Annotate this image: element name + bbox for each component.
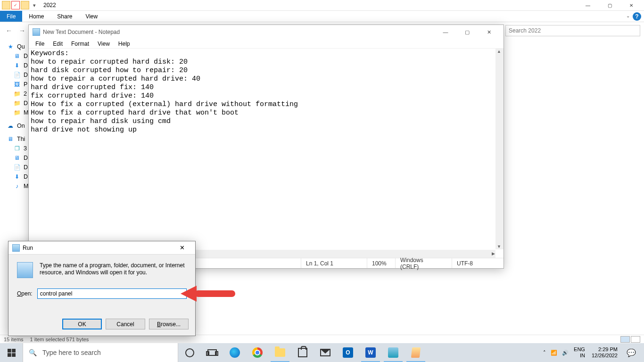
edge-icon (230, 347, 240, 358)
open-label: Open: (17, 290, 33, 297)
pictures-icon: 🖼 (13, 81, 21, 88)
search-icon: 🔍 (29, 349, 37, 356)
ribbon-collapse-icon[interactable]: ⌄ (626, 13, 630, 18)
onedrive-icon: ☁ (7, 122, 14, 130)
music-icon: ♪ (13, 182, 21, 190)
folder-icon (275, 348, 285, 357)
taskbar-app-snip[interactable] (382, 343, 405, 362)
view-details-button[interactable] (620, 336, 630, 343)
menu-help[interactable]: Help (115, 40, 134, 48)
taskbar-app-word[interactable]: W (359, 343, 382, 362)
qat-dropdown-icon[interactable]: ▾ (30, 1, 39, 9)
notepad-text-area[interactable]: Keywords: how to repair corrupted hard d… (29, 49, 504, 258)
system-tray: ˄ 📶 🔊 ENG IN 2:29 PM 12/26/2022 💬 (538, 343, 644, 362)
tray-volume-icon[interactable]: 🔊 (560, 343, 571, 362)
status-encoding: UTF-8 (452, 258, 504, 268)
cancel-button[interactable]: Cancel (106, 319, 145, 329)
task-view-button[interactable] (201, 343, 223, 362)
folder-icon (21, 1, 29, 9)
cube-icon: ❒ (13, 145, 21, 152)
status-zoom: 100% (367, 258, 395, 268)
taskbar-app-explorer[interactable] (269, 343, 291, 362)
tab-home[interactable]: Home (22, 11, 50, 22)
close-button[interactable]: ✕ (173, 241, 191, 255)
tray-overflow-button[interactable]: ˄ (541, 343, 548, 362)
status-cursor-pos: Ln 1, Col 1 (301, 258, 367, 268)
document-icon: 📄 (13, 71, 21, 79)
properties-icon[interactable]: ✓ (11, 1, 20, 9)
taskbar-search-input[interactable]: 🔍 Type here to search (23, 343, 178, 362)
maximize-button[interactable]: ▢ (599, 0, 620, 11)
menu-view[interactable]: View (94, 40, 114, 48)
tray-clock[interactable]: 2:29 PM 12/26/2022 (588, 346, 621, 359)
tray-network-icon[interactable]: 📶 (548, 343, 560, 362)
tab-file[interactable]: File (0, 11, 22, 22)
search-placeholder-text: Search 2022 (509, 27, 541, 34)
explorer-search-input[interactable]: Search 2022 (505, 25, 640, 36)
status-item-count: 15 items (4, 337, 24, 342)
svg-rect-2 (8, 353, 11, 357)
close-button[interactable]: ✕ (620, 0, 642, 11)
svg-rect-1 (12, 349, 16, 353)
outlook-icon: O (343, 347, 353, 358)
maximize-button[interactable]: ▢ (456, 25, 478, 39)
status-line-ending: Windows (CRLF) (395, 258, 452, 268)
annotation-arrow (181, 286, 235, 302)
menu-format[interactable]: Format (67, 40, 93, 48)
explorer-window-title: 2022 (43, 2, 56, 8)
notepad-titlebar[interactable]: New Text Document - Notepad ― ▢ ✕ (29, 25, 504, 39)
svg-rect-3 (12, 353, 16, 357)
run-dialog: Run ✕ Type the name of a program, folder… (8, 241, 196, 336)
taskbar-app-store[interactable] (291, 343, 314, 362)
cortana-icon (185, 348, 194, 357)
folder-icon: 📁 (13, 99, 21, 107)
folder-icon: 📁 (13, 109, 21, 116)
run-description: Type the name of a program, folder, docu… (40, 262, 187, 278)
word-icon: W (365, 347, 376, 358)
close-button[interactable]: ✕ (478, 25, 500, 39)
notepad-title: New Text Document - Notepad (43, 29, 120, 35)
notepad-window: New Text Document - Notepad ― ▢ ✕ File E… (28, 25, 504, 269)
menu-file[interactable]: File (32, 40, 48, 48)
notepad-content[interactable]: Keywords: how to repair corrupted hard d… (29, 49, 504, 135)
desktop-icon: 🖥 (13, 52, 21, 60)
tab-share[interactable]: Share (50, 11, 79, 22)
action-center-button[interactable]: 💬 (621, 348, 641, 357)
help-icon[interactable]: ? (633, 12, 641, 21)
taskbar-app-mail[interactable] (314, 343, 337, 362)
view-large-icons-button[interactable] (631, 336, 640, 343)
notepad-icon (411, 347, 421, 358)
search-placeholder: Type here to search (42, 349, 101, 356)
minimize-button[interactable]: ― (577, 0, 599, 11)
taskbar-app-outlook[interactable]: O (337, 343, 359, 362)
taskbar-app-notepad[interactable] (405, 343, 427, 362)
run-title-text: Run (23, 245, 33, 251)
run-titlebar[interactable]: Run ✕ (8, 241, 195, 255)
status-selection: 1 item selected 571 bytes (30, 337, 89, 342)
star-icon: ★ (7, 43, 14, 50)
svg-rect-0 (8, 349, 11, 353)
download-icon: ⬇ (13, 62, 21, 69)
start-button[interactable] (0, 343, 23, 362)
desktop-icon: 🖥 (13, 154, 21, 162)
explorer-titlebar: ✓ ▾ 2022 ― ▢ ✕ (0, 0, 644, 11)
tab-view[interactable]: View (79, 11, 104, 22)
run-open-input[interactable] (37, 288, 187, 299)
browse-button[interactable]: Browse... (149, 319, 189, 329)
taskbar-app-edge[interactable] (223, 343, 246, 362)
cortana-button[interactable] (178, 343, 201, 362)
vertical-scrollbar[interactable] (495, 49, 504, 249)
tray-language[interactable]: ENG IN (571, 346, 588, 359)
ok-button[interactable]: OK (62, 319, 102, 329)
download-icon: ⬇ (13, 173, 21, 181)
nav-back-button[interactable]: ← (4, 25, 14, 36)
windows-icon (8, 349, 16, 357)
store-icon (298, 348, 307, 357)
taskbar-app-chrome[interactable] (246, 343, 269, 362)
nav-forward-button[interactable]: → (17, 25, 27, 36)
menu-edit[interactable]: Edit (49, 40, 66, 48)
notepad-icon (33, 28, 40, 36)
run-icon (12, 244, 20, 252)
minimize-button[interactable]: ― (435, 25, 456, 39)
folder-icon: 📁 (13, 90, 21, 98)
